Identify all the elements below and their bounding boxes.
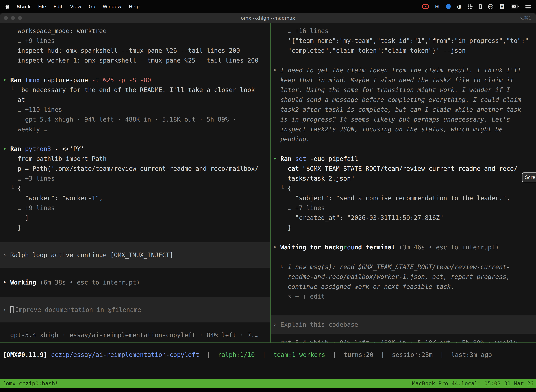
terminal-line: from pathlib import Path	[0, 154, 270, 164]
prompt-band[interactable]: › Improve documentation in @filename	[0, 297, 270, 322]
text-segment: tasks/task-2.json"	[273, 175, 354, 182]
text-segment: "completed","claim_token":"claim-token"}…	[273, 47, 466, 54]
blank-line	[271, 144, 536, 154]
terminal-line: … +9 lines	[0, 36, 270, 46]
active-app-name[interactable]: Slack	[17, 4, 31, 9]
input-source-icon[interactable]: A	[500, 4, 504, 9]
text-segment: ↳	[273, 263, 288, 271]
text-cursor	[10, 306, 14, 313]
text-segment: Explain this codebase	[280, 321, 358, 328]
menu-item-window[interactable]: Window	[103, 4, 121, 9]
text-segment: ]	[3, 214, 29, 221]
terminal-line: ]	[0, 213, 270, 223]
text-segment: keep that in mind. Maybe I also need the…	[273, 77, 514, 84]
text-segment: be necessary for the end of the README. …	[21, 86, 255, 93]
text-segment: inspect task2's JSON, focusing on the st…	[273, 126, 502, 133]
text-segment: team:1 workers	[273, 351, 325, 358]
left-pane[interactable]: workspace_mode: worktree … +9 lines insp…	[0, 23, 271, 342]
terminal-line: └ be necessary for the end of the README…	[0, 85, 270, 95]
window-shortcut-hint: ⌥⌘1	[519, 15, 531, 21]
control-center-icon[interactable]	[526, 5, 531, 9]
battery-icon[interactable]: ⚡	[511, 5, 519, 9]
text-segment: ralph:1/10	[218, 351, 255, 358]
menu-item-edit[interactable]: Edit	[53, 4, 62, 9]
screenshot-tooltip[interactable]: Scre	[522, 173, 536, 182]
text-segment: Ralph loop active continue [OMX_TMUX_INJ…	[10, 252, 173, 258]
text-segment: [OMX#0.11.9]	[3, 351, 47, 358]
screen: Slack FileEditViewGoWindowHelp ⊞ ◑ 61 A …	[0, 0, 536, 392]
text-segment: '{"team_name":"my-team","task_id":"1","f…	[273, 37, 529, 44]
menu-item-file[interactable]: File	[38, 4, 46, 9]
text-segment: |	[325, 351, 344, 358]
text-segment: - <<'PY'	[55, 145, 84, 152]
text-segment: •	[273, 155, 280, 162]
prompt-band[interactable]: › Explain this codebase	[271, 315, 536, 334]
terminal-line: … +16 lines	[271, 26, 536, 36]
text-segment: {	[288, 185, 291, 192]
menu-item-go[interactable]: Go	[89, 4, 95, 9]
right-pane[interactable]: … +16 lines '{"team_name":"my-team","tas…	[271, 23, 536, 342]
text-segment: ›	[273, 321, 280, 328]
terminal-line: • Ran set -euo pipefail	[271, 154, 536, 164]
text-segment: └	[3, 185, 18, 192]
blue-app-icon[interactable]	[446, 4, 451, 9]
tmux-status-bar: [omx-cczip0:bash* "MacBook-Pro-44.local"…	[0, 379, 536, 388]
dark-app-icon[interactable]: ◑	[457, 4, 462, 9]
blank-line	[271, 56, 536, 65]
terminal-line: workspace_mode: worktree	[0, 26, 270, 36]
badge-61-icon[interactable]: 61	[488, 4, 493, 9]
text-segment: └	[273, 185, 288, 192]
text-segment: |	[199, 351, 218, 358]
terminal-line: • Ran tmux capture-pane -t %25 -p -S -80	[0, 75, 270, 85]
terminal-line: gpt-5.4 xhigh · essay/ai-reimplementatio…	[0, 330, 270, 340]
text-segment: Working	[10, 279, 40, 286]
text-segment: … +110 lines	[3, 106, 62, 113]
dots-grid-icon[interactable]	[468, 4, 473, 9]
text-segment: gpt-5.4 xhigh · 94% left · 488K in · 5.1…	[3, 116, 236, 123]
text-segment: … +9 lines	[3, 205, 55, 211]
text-segment: inspect_worker-1: omx sparkshell --tmux-…	[3, 57, 258, 64]
text-segment: cat	[288, 165, 302, 172]
text-segment: … +16 lines	[273, 27, 329, 34]
text-segment: •	[273, 244, 280, 251]
text-segment: "created_at": "2026-03-31T11:59:27.816Z"	[273, 214, 443, 221]
text-segment: Improve documentation in @filename	[15, 306, 141, 313]
text-segment: workspace_mode: worktree	[3, 27, 107, 34]
text-segment: nd terminal	[354, 244, 399, 251]
text-segment: Ran	[10, 145, 25, 152]
text-segment: is in progress? It seems likely but perh…	[273, 116, 510, 123]
text-segment: •	[3, 145, 10, 152]
blank-line	[0, 233, 270, 242]
blank-line	[0, 134, 270, 144]
menu-item-help[interactable]: Help	[129, 4, 140, 9]
terminal-line: └ {	[271, 183, 536, 193]
screen-recording-stop-icon[interactable]	[422, 4, 429, 9]
text-segment: •	[3, 77, 10, 84]
terminal-line: inspect task2's JSON, focusing on the st…	[271, 124, 536, 134]
text-segment	[273, 165, 288, 172]
text-segment: capture-pane	[44, 77, 92, 84]
text-segment: }	[273, 224, 291, 231]
text-segment: tmux	[25, 77, 43, 84]
menu-item-view[interactable]: View	[70, 4, 81, 9]
terminal-line: inspect_hud: omx sparkshell --tmux-pane …	[0, 46, 270, 56]
text-segment: turns:20	[344, 351, 373, 358]
text-segment: set	[295, 155, 310, 162]
text-segment: I need to get the claim token from the c…	[280, 67, 521, 74]
terminal-line: pending.	[271, 134, 536, 144]
text-segment: gpt-5.4 xhigh · 94% left · 488K in · 5.1…	[273, 339, 525, 342]
terminal-line: tasks/task-2.json"	[271, 173, 536, 183]
device-icon[interactable]	[479, 4, 482, 9]
text-segment: "$OMX_TEAM_STATE_ROOT/team/review-curren…	[303, 165, 517, 172]
terminal-line: • Waiting for background terminal (3m 46…	[271, 242, 536, 252]
window-title-bar[interactable]: omx --xhigh --madmax ⌥⌘1	[0, 13, 536, 23]
terminal-line: task2 after task1 is complete, but can I…	[271, 105, 536, 115]
text-segment: python3	[25, 145, 55, 152]
text-segment: r	[343, 244, 347, 251]
text-segment: Waiting for backg	[280, 244, 343, 251]
apple-menu-icon[interactable]	[5, 4, 10, 9]
grid-app-icon[interactable]: ⊞	[435, 4, 440, 9]
terminal-line: keep that in mind. Maybe I also need the…	[271, 75, 536, 85]
text-segment: ou	[347, 244, 354, 251]
prompt-band[interactable]: › Ralph loop active continue [OMX_TMUX_I…	[0, 242, 270, 268]
